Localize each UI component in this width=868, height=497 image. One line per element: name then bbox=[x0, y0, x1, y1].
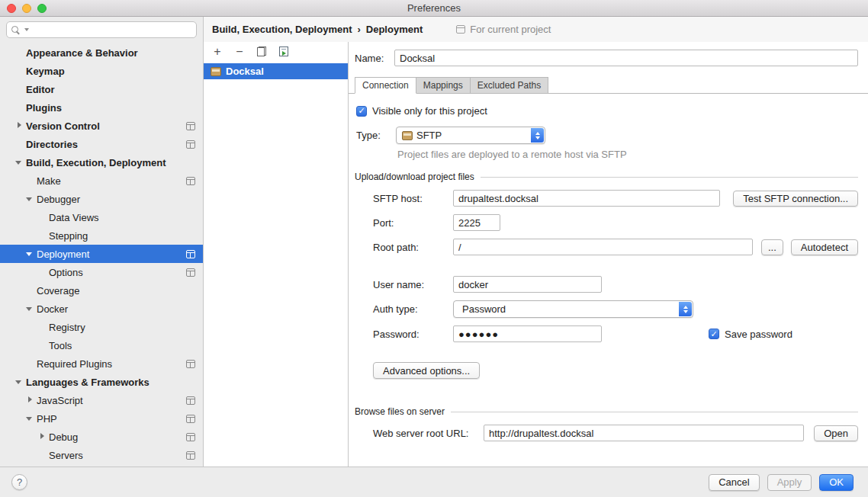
port-input[interactable] bbox=[453, 214, 500, 231]
remove-icon: − bbox=[236, 46, 243, 58]
autodetect-button[interactable]: Autodetect bbox=[791, 239, 858, 255]
name-row: Name: bbox=[355, 50, 858, 66]
tree-indent-spacer bbox=[15, 67, 23, 75]
advanced-options-button[interactable]: Advanced options... bbox=[373, 362, 480, 379]
import-config-button[interactable] bbox=[278, 46, 290, 58]
tree-indent-spacer bbox=[15, 85, 23, 93]
sidebar-item-plugins[interactable]: Plugins bbox=[0, 98, 203, 117]
tree-indent-spacer bbox=[38, 268, 46, 276]
chevron-down-icon[interactable] bbox=[26, 415, 34, 422]
project-level-settings-icon bbox=[186, 451, 195, 460]
chevron-down-icon[interactable] bbox=[15, 159, 23, 166]
add-server-button[interactable]: + bbox=[211, 46, 223, 58]
sidebar-item-docker[interactable]: Docker bbox=[0, 300, 203, 318]
tab-excluded-paths[interactable]: Excluded Paths bbox=[470, 77, 548, 94]
sidebar-item-label: Options bbox=[49, 267, 83, 278]
sidebar-item-stepping[interactable]: Stepping bbox=[0, 226, 203, 245]
sidebar-item-make[interactable]: Make bbox=[0, 172, 203, 190]
web-root-input[interactable] bbox=[484, 425, 804, 441]
zoom-button[interactable] bbox=[37, 4, 47, 13]
browse-root-path-button[interactable]: ... bbox=[761, 239, 783, 255]
project-level-settings-icon bbox=[186, 360, 195, 368]
user-name-input[interactable] bbox=[453, 276, 602, 293]
chevron-down-icon[interactable] bbox=[26, 305, 34, 313]
chevron-right-icon[interactable] bbox=[15, 122, 23, 130]
checkmark-icon: ✓ bbox=[710, 330, 717, 338]
sidebar-item-editor[interactable]: Editor bbox=[0, 80, 203, 98]
sidebar-item-label: Tools bbox=[49, 340, 72, 351]
project-level-settings-icon bbox=[186, 140, 195, 149]
sftp-host-input[interactable] bbox=[453, 190, 720, 207]
titlebar[interactable]: Preferences bbox=[0, 0, 868, 17]
sidebar-item-directories[interactable]: Directories bbox=[0, 135, 203, 153]
checkmark-icon: ✓ bbox=[358, 107, 365, 115]
sidebar-item-appearance-behavior[interactable]: Appearance & Behavior bbox=[0, 43, 203, 62]
settings-search-input[interactable] bbox=[34, 24, 191, 35]
remove-server-button[interactable]: − bbox=[233, 46, 246, 58]
breadcrumb-section[interactable]: Build, Execution, Deployment bbox=[212, 24, 352, 35]
sidebar-item-coverage[interactable]: Coverage bbox=[0, 281, 203, 300]
open-button[interactable]: Open bbox=[814, 425, 858, 441]
test-sftp-connection-button[interactable]: Test SFTP connection... bbox=[733, 191, 858, 207]
name-label: Name: bbox=[355, 53, 394, 64]
tab-mappings[interactable]: Mappings bbox=[416, 77, 471, 94]
sidebar-item-required-plugins[interactable]: Required Plugins bbox=[0, 354, 203, 373]
sidebar-item-php[interactable]: PHP bbox=[0, 409, 203, 428]
tab-connection[interactable]: Connection bbox=[355, 77, 416, 94]
search-options-chevron-icon[interactable] bbox=[24, 28, 29, 31]
sidebar-item-label: Directories bbox=[26, 139, 78, 150]
ok-button[interactable]: OK bbox=[819, 474, 854, 491]
chevron-down-icon[interactable] bbox=[26, 250, 34, 258]
sidebar-item-debug[interactable]: Debug bbox=[0, 428, 203, 446]
visible-only-row: ✓ Visible only for this project bbox=[356, 105, 858, 117]
server-toolbar: + − bbox=[204, 42, 348, 61]
root-path-input[interactable] bbox=[453, 239, 753, 255]
sidebar-item-label: Make bbox=[37, 175, 61, 187]
apply-button[interactable]: Apply bbox=[767, 474, 812, 491]
upload-section-label: Upload/download project files bbox=[355, 172, 474, 182]
sidebar-item-build-execution-deployment[interactable]: Build, Execution, Deployment bbox=[0, 153, 203, 172]
password-input[interactable] bbox=[453, 325, 602, 342]
settings-search[interactable] bbox=[6, 21, 197, 38]
chevron-right-icon[interactable] bbox=[26, 396, 34, 404]
sidebar-item-label: Editor bbox=[26, 84, 55, 95]
import-icon bbox=[279, 46, 288, 56]
sidebar-item-registry[interactable]: Registry bbox=[0, 318, 203, 336]
sidebar-item-javascript[interactable]: JavaScript bbox=[0, 391, 203, 409]
sftp-server-icon bbox=[211, 67, 221, 76]
chevron-right-icon[interactable] bbox=[38, 433, 46, 441]
deployment-body: + − Docksal Name: bbox=[204, 42, 868, 467]
copy-server-button[interactable] bbox=[256, 46, 268, 58]
sidebar-item-version-control[interactable]: Version Control bbox=[0, 117, 203, 135]
sidebar-item-tools[interactable]: Tools bbox=[0, 336, 203, 354]
tree-indent-spacer bbox=[26, 177, 34, 184]
close-button[interactable] bbox=[7, 4, 16, 13]
chevron-down-icon[interactable] bbox=[26, 195, 34, 203]
save-password-checkbox[interactable]: ✓ bbox=[709, 329, 719, 339]
tree-indent-spacer bbox=[26, 360, 34, 367]
password-row: Password: ✓ Save password bbox=[373, 325, 858, 342]
server-item-docksal[interactable]: Docksal bbox=[204, 63, 348, 79]
cancel-button[interactable]: Cancel bbox=[709, 474, 759, 491]
type-dropdown[interactable]: SFTP bbox=[396, 127, 545, 144]
port-row: Port: bbox=[373, 214, 858, 231]
tree-indent-spacer bbox=[15, 140, 23, 148]
sidebar-item-options[interactable]: Options bbox=[0, 263, 203, 281]
chevron-down-icon[interactable] bbox=[15, 378, 23, 386]
sidebar-item-deployment[interactable]: Deployment bbox=[0, 245, 203, 263]
sidebar-item-keymap[interactable]: Keymap bbox=[0, 62, 203, 80]
name-input[interactable] bbox=[394, 50, 858, 66]
auth-type-value: Password bbox=[462, 303, 506, 315]
visible-only-checkbox[interactable]: ✓ bbox=[356, 106, 367, 117]
sidebar-item-label: Data Views bbox=[49, 212, 99, 223]
minimize-button[interactable] bbox=[22, 4, 31, 13]
tree-indent-spacer bbox=[38, 232, 46, 239]
help-button[interactable]: ? bbox=[11, 474, 27, 490]
sidebar-item-data-views[interactable]: Data Views bbox=[0, 208, 203, 226]
auth-type-dropdown[interactable]: Password bbox=[453, 300, 693, 318]
sidebar-item-languages-frameworks[interactable]: Languages & Frameworks bbox=[0, 373, 203, 391]
sidebar-item-debugger[interactable]: Debugger bbox=[0, 190, 203, 208]
type-row: Type: SFTP bbox=[356, 127, 858, 144]
current-project-icon bbox=[456, 25, 465, 34]
sidebar-item-servers[interactable]: Servers bbox=[0, 446, 203, 464]
